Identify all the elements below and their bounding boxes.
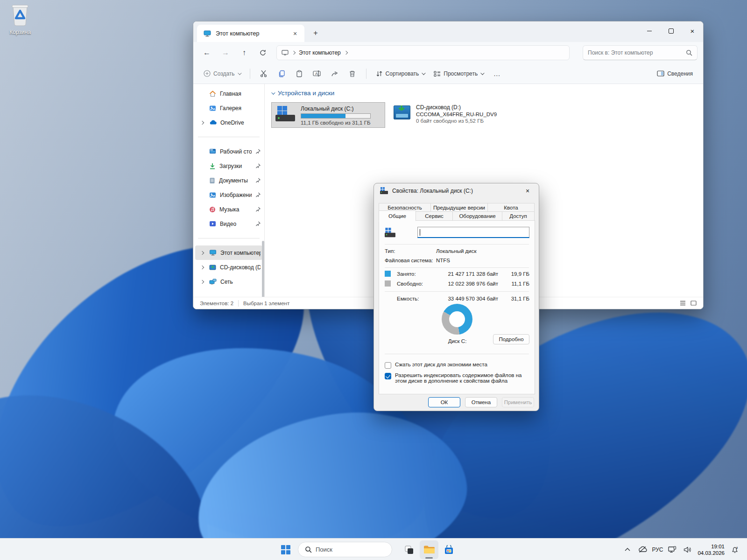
back-button[interactable]: ←	[199, 45, 215, 60]
minimize-button[interactable]	[639, 21, 660, 40]
expand-chevron-icon[interactable]	[200, 265, 204, 269]
paste-icon[interactable]	[291, 66, 307, 81]
share-icon[interactable]	[327, 66, 343, 81]
taskbar-search-input[interactable]	[316, 546, 398, 553]
pin-icon	[255, 178, 261, 183]
task-view-button[interactable]	[400, 540, 418, 559]
chevron-down-icon	[238, 71, 241, 75]
separator	[385, 291, 529, 292]
desktop-folder-icon	[209, 148, 216, 154]
videos-icon	[209, 221, 216, 227]
breadcrumb-chevron-icon[interactable]	[344, 51, 347, 55]
sidebar-item-gallery[interactable]: Галерея	[195, 101, 262, 115]
dialog-title: Свойства: Локальный диск (C:)	[392, 188, 515, 194]
drive-c-item[interactable]: Локальный диск (C:) 11,1 ГБ свободно из …	[271, 102, 385, 128]
expand-chevron-icon[interactable]	[200, 280, 204, 283]
disk-usage-donut-chart	[442, 304, 472, 335]
refresh-button[interactable]	[255, 45, 271, 60]
recycle-bin-shortcut[interactable]: Корзина	[2, 4, 38, 35]
microsoft-store-button[interactable]	[439, 540, 458, 559]
clock[interactable]: 19:01 04.03.2026	[696, 543, 726, 556]
explorer-search-input[interactable]	[588, 49, 686, 56]
index-checkbox[interactable]	[385, 373, 391, 379]
cut-icon[interactable]	[256, 66, 272, 81]
forward-button[interactable]: →	[218, 45, 233, 60]
sort-button[interactable]: Сортировать	[372, 68, 429, 80]
apply-button[interactable]: Применить	[502, 397, 534, 407]
drive-d-item[interactable]: CD-дисковод (D:) CCCOMA_X64FRE_RU-RU_DV9…	[394, 102, 497, 124]
expand-chevron-icon[interactable]	[200, 251, 204, 254]
delete-icon[interactable]	[345, 66, 360, 81]
tab-hardware[interactable]: Оборудование	[452, 211, 502, 221]
tab-sharing[interactable]: Доступ	[502, 211, 535, 221]
drive-c-name: Локальный диск (C:)	[301, 105, 371, 112]
explorer-search[interactable]	[583, 45, 698, 60]
onedrive-paused-icon[interactable]	[636, 543, 649, 557]
language-indicator[interactable]: РУС	[651, 543, 664, 557]
up-button[interactable]: ↑	[236, 45, 252, 60]
index-checkbox-row[interactable]: Разрешить индексировать содержимое файло…	[385, 372, 530, 384]
view-button[interactable]: Просмотреть	[430, 68, 487, 80]
sidebar-item-onedrive[interactable]: OneDrive	[195, 115, 262, 130]
expand-chevron-icon[interactable]	[200, 120, 204, 124]
sidebar-item-documents[interactable]: Документы	[195, 173, 262, 188]
sidebar-item-desktop[interactable]: Рабочий стол	[195, 144, 262, 159]
taskbar: РУС 19:01 04.03.2026 z	[0, 538, 747, 560]
dialog-close-icon[interactable]: ×	[519, 185, 536, 197]
compress-checkbox-row[interactable]: Сжать этот диск для экономии места	[385, 362, 529, 369]
status-divider	[238, 300, 239, 307]
separator	[385, 267, 529, 268]
used-gb: 19,9 ГБ	[501, 271, 529, 277]
sidebar-item-home[interactable]: Главная	[195, 86, 262, 101]
ok-button[interactable]: ОК	[428, 397, 460, 407]
file-explorer-button[interactable]	[420, 540, 438, 559]
explorer-tab[interactable]: Этот компьютер ×	[197, 25, 304, 42]
breadcrumb-this-pc[interactable]: Этот компьютер	[299, 49, 341, 56]
details-view-icon[interactable]	[680, 301, 686, 306]
devices-and-drives-section-header[interactable]: Устройства и диски	[271, 90, 703, 97]
rename-icon[interactable]: A	[309, 66, 325, 81]
maximize-button[interactable]	[660, 21, 682, 40]
sidebar-item-pictures[interactable]: Изображения	[195, 188, 262, 202]
cancel-button[interactable]: Отмена	[465, 397, 497, 407]
address-bar[interactable]: Этот компьютер	[276, 45, 570, 60]
capacity-bytes: 33 449 570 304 байт	[428, 296, 498, 301]
separator	[385, 244, 529, 245]
sidebar-item-cd-drive[interactable]: CD-дисковод (D:)	[195, 260, 262, 274]
drive-icon	[380, 187, 388, 195]
sidebar-item-this-pc[interactable]: Этот компьютер	[195, 245, 262, 260]
large-icons-view-icon[interactable]	[691, 301, 697, 306]
new-tab-button[interactable]: +	[310, 28, 321, 39]
copy-icon[interactable]	[274, 66, 289, 81]
compress-checkbox-label: Сжать этот диск для экономии места	[395, 362, 487, 367]
items-count: Элементов: 2	[200, 301, 233, 306]
more-options-icon[interactable]: …	[489, 66, 505, 81]
collapse-chevron-icon[interactable]	[271, 91, 275, 94]
details-button[interactable]: Подробно	[493, 334, 529, 344]
documents-icon	[209, 177, 215, 184]
sidebar-item-network[interactable]: Сеть	[195, 274, 262, 289]
tab-quota[interactable]: Квота	[487, 203, 535, 212]
navigation-pane: Главная Галерея OneDrive Рабочий стол	[193, 84, 264, 298]
sidebar-item-videos[interactable]: Видео	[195, 217, 262, 231]
close-button[interactable]: ×	[682, 21, 703, 40]
create-button[interactable]: Создать	[200, 67, 244, 80]
volume-label-input[interactable]	[417, 227, 529, 238]
volume-icon[interactable]	[681, 543, 694, 557]
window-controls: ×	[639, 21, 703, 40]
details-pane-button[interactable]: Сведения	[653, 68, 697, 80]
notification-bell-icon[interactable]: z	[728, 543, 741, 557]
tab-close-icon[interactable]: ×	[289, 28, 301, 39]
network-icon[interactable]	[666, 543, 679, 557]
compress-checkbox[interactable]	[385, 362, 391, 369]
start-button[interactable]	[276, 540, 295, 559]
hidden-icons-chevron-icon[interactable]	[621, 543, 634, 557]
taskbar-search[interactable]	[298, 542, 392, 557]
tab-general[interactable]: Общие	[379, 210, 416, 221]
selection-count: Выбран 1 элемент	[243, 301, 289, 306]
sidebar-item-downloads[interactable]: Загрузки	[195, 159, 262, 173]
pin-icon	[255, 149, 261, 154]
sidebar-item-music[interactable]: Музыка	[195, 202, 262, 217]
tab-previous-versions[interactable]: Предыдущие версии	[430, 203, 488, 212]
tab-tools[interactable]: Сервис	[416, 211, 453, 221]
